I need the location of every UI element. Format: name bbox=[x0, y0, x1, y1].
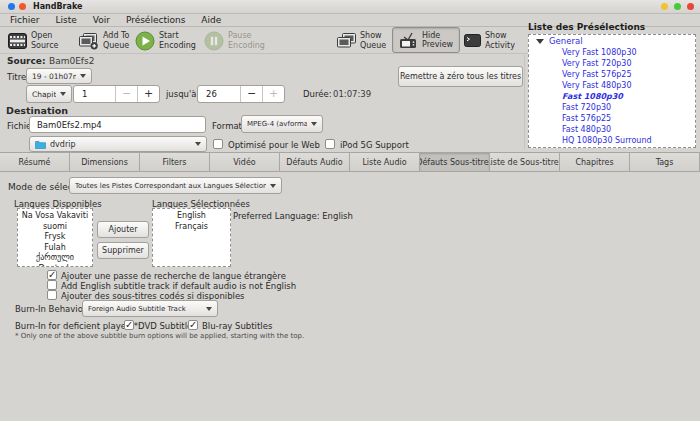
destination-folder-select[interactable]: dvdrip bbox=[29, 136, 207, 152]
reset-all-titles-button[interactable]: Remettre à zéro tous les titres bbox=[398, 66, 523, 87]
chevron-down-icon bbox=[206, 307, 212, 311]
chevron-down-icon bbox=[60, 92, 66, 96]
closed-captions-checkbox[interactable] bbox=[47, 290, 57, 300]
duration-label: Durée: bbox=[303, 89, 332, 99]
language-item[interactable]: suomi bbox=[18, 222, 92, 233]
add-english-subtitle-checkbox[interactable] bbox=[47, 280, 57, 290]
preset-item[interactable]: Very Fast 720p30 bbox=[529, 58, 695, 69]
tab-chapters[interactable]: Chapitres bbox=[560, 153, 630, 171]
preset-item[interactable]: Very Fast 480p30 bbox=[529, 80, 695, 91]
range-type-value: Chapitres: bbox=[32, 90, 56, 99]
photo-stack-icon bbox=[337, 33, 356, 49]
start-encoding-label: Start Encoding bbox=[159, 31, 203, 49]
presets-title: Liste des Présélections bbox=[528, 22, 645, 32]
language-item[interactable]: English bbox=[153, 211, 230, 222]
menu-aide[interactable]: Aide bbox=[193, 14, 229, 27]
hide-preview-label: Hide Preview bbox=[422, 31, 459, 49]
preset-group-label: General bbox=[549, 36, 583, 46]
decrement-button[interactable]: − bbox=[240, 86, 262, 102]
foreign-audio-search-checkbox[interactable] bbox=[47, 270, 57, 280]
show-activity-button[interactable]: Show Activity bbox=[464, 28, 529, 53]
format-select[interactable]: MPEG-4 (avformat) bbox=[241, 115, 323, 133]
file-name-input[interactable]: Bam0Efs2.mp4 bbox=[29, 116, 206, 133]
tab-audio-defaults[interactable]: Défauts Audio bbox=[280, 153, 350, 171]
burn-in-behavior-select[interactable]: Foreign Audio Subtitle Track bbox=[82, 300, 218, 317]
chevron-down-icon bbox=[270, 184, 276, 188]
increment-button[interactable]: + bbox=[137, 86, 159, 102]
tab-video[interactable]: Vidéo bbox=[210, 153, 280, 171]
settings-tabbar: Résumé Dimensions Filters Vidéo Défauts … bbox=[0, 152, 700, 172]
ipod-support-checkbox[interactable] bbox=[325, 139, 335, 149]
folder-value: dvdrip bbox=[50, 140, 191, 149]
chapter-start-spinner: 1 − + bbox=[73, 85, 160, 103]
language-item[interactable]: Na Vosa Vakaviti bbox=[18, 211, 92, 222]
web-optimized-label: Optimisé pour le Web bbox=[228, 140, 320, 150]
language-item[interactable]: Français bbox=[153, 222, 230, 233]
title-select[interactable]: 19 - 01h07m39s bbox=[26, 68, 92, 84]
add-language-button[interactable]: Ajouter bbox=[97, 221, 149, 238]
chapter-start-value[interactable]: 1 bbox=[74, 89, 115, 99]
language-item[interactable]: ქართული bbox=[18, 253, 92, 264]
add-english-subtitle-label: Add English subtitle track if default au… bbox=[61, 281, 296, 291]
titlebar: HandBrake bbox=[0, 0, 700, 14]
ipod-support-label: iPod 5G Support bbox=[340, 140, 409, 150]
menu-fichier[interactable]: Fichier bbox=[2, 14, 47, 27]
preset-item[interactable]: Fast 576p25 bbox=[529, 113, 695, 124]
close-button[interactable] bbox=[687, 3, 694, 10]
language-item[interactable]: Frysk bbox=[18, 232, 92, 243]
preferred-language-label: Preferred Language: English bbox=[233, 211, 353, 221]
window-title: HandBrake bbox=[33, 0, 83, 13]
preset-item[interactable]: Fast 720p30 bbox=[529, 102, 695, 113]
preset-group-general[interactable]: General bbox=[529, 35, 695, 47]
web-optimized-checkbox[interactable] bbox=[213, 139, 223, 149]
preset-item[interactable]: Very Fast 576p25 bbox=[529, 69, 695, 80]
destination-heading: Destination bbox=[6, 105, 68, 116]
range-type-select[interactable]: Chapitres: bbox=[26, 85, 72, 103]
film-source-icon bbox=[8, 33, 27, 49]
tab-tags[interactable]: Tags bbox=[630, 153, 700, 171]
preset-item[interactable]: Fast 480p30 bbox=[529, 124, 695, 135]
language-item[interactable]: Deutsch bbox=[18, 264, 92, 268]
remove-language-button[interactable]: Supprimer bbox=[97, 242, 149, 259]
tab-resume[interactable]: Résumé bbox=[0, 153, 70, 171]
bluray-subtitles-checkbox[interactable] bbox=[188, 320, 198, 330]
window-button-left-1[interactable] bbox=[8, 3, 15, 10]
open-source-button[interactable]: Open Source bbox=[8, 28, 75, 53]
chevron-down-icon bbox=[195, 142, 201, 146]
dvd-subtitles-checkbox[interactable] bbox=[124, 320, 134, 330]
hide-preview-button[interactable]: Hide Preview bbox=[392, 27, 460, 53]
menu-preselections[interactable]: Présélections bbox=[118, 14, 193, 27]
tab-filters[interactable]: Filters bbox=[140, 153, 210, 171]
expander-triangle-icon[interactable] bbox=[536, 39, 544, 44]
photo-stack-plus-icon bbox=[78, 32, 99, 50]
foreign-audio-search-label: Ajouter une passe de recherche de langue… bbox=[61, 271, 286, 281]
chevron-down-icon bbox=[311, 122, 317, 126]
tab-dimensions[interactable]: Dimensions bbox=[70, 153, 140, 171]
start-encoding-button[interactable]: Start Encoding bbox=[135, 28, 203, 53]
chapter-end-value[interactable]: 26 bbox=[198, 89, 240, 99]
selection-mode-select[interactable]: Toutes les Pistes Correspondant aux Lang… bbox=[69, 177, 282, 194]
panel-separator bbox=[524, 55, 525, 149]
language-item[interactable]: Fulah bbox=[18, 243, 92, 254]
pause-icon bbox=[204, 31, 224, 51]
minimize-button[interactable] bbox=[661, 3, 668, 10]
preset-item[interactable]: Very Fast 1080p30 bbox=[529, 47, 695, 58]
chevron-down-icon bbox=[80, 74, 86, 78]
format-value: MPEG-4 (avformat) bbox=[247, 120, 307, 128]
play-icon bbox=[135, 31, 155, 51]
preset-item[interactable]: HQ 1080p30 Surround bbox=[529, 135, 695, 146]
maximize-button[interactable] bbox=[674, 3, 681, 10]
tv-icon bbox=[398, 32, 418, 49]
decrement-button: − bbox=[115, 86, 137, 102]
available-languages-list: Na Vosa Vakaviti suomi Frysk Fulah ქართუ… bbox=[17, 208, 93, 267]
menu-voir[interactable]: Voir bbox=[85, 14, 118, 27]
tab-subtitle-list[interactable]: Liste de Sous-titres bbox=[490, 153, 560, 171]
presets-list: General Very Fast 1080p30 Very Fast 720p… bbox=[528, 34, 696, 148]
source-value: Bam0Efs2 bbox=[49, 56, 94, 66]
tab-audio-list[interactable]: Liste Audio bbox=[350, 153, 420, 171]
preset-item-selected[interactable]: Fast 1080p30 bbox=[529, 91, 695, 102]
window-button-left-2[interactable] bbox=[19, 3, 26, 10]
chapter-end-spinner: 26 − + bbox=[197, 85, 285, 103]
tab-subtitle-defaults[interactable]: Défauts Sous-titres bbox=[420, 153, 490, 171]
menu-liste[interactable]: Liste bbox=[47, 14, 84, 27]
